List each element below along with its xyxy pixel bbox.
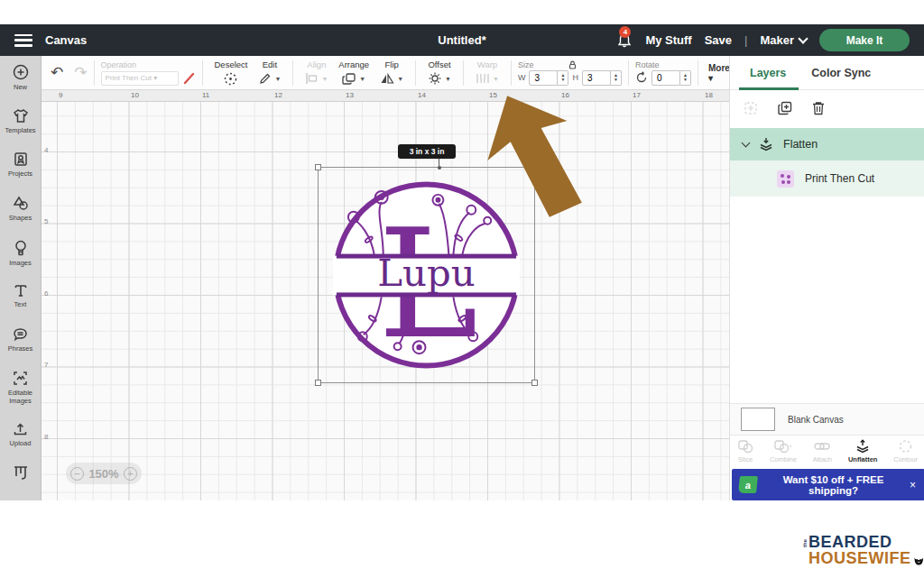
logo-line1: BEARDED	[808, 535, 892, 550]
flatten-icon	[758, 136, 774, 152]
pen-color-icon[interactable]	[183, 72, 196, 85]
sidebar-item-upload[interactable]: Upload	[0, 413, 41, 457]
layer-group-flatten[interactable]: Flatten	[730, 128, 924, 161]
rotate-icon	[635, 71, 648, 84]
sidebar-item-templates[interactable]: Templates	[0, 100, 41, 144]
rotate-input[interactable]	[651, 70, 680, 86]
make-it-button[interactable]: Make It	[819, 29, 910, 51]
contour-button: Contour	[893, 439, 918, 463]
project-badge-icon	[14, 151, 28, 167]
tab-layers[interactable]: Layers	[750, 67, 786, 79]
rotate-stepper[interactable]: ▲▼	[680, 70, 691, 86]
height-input[interactable]	[582, 70, 611, 86]
close-icon[interactable]: ×	[910, 479, 918, 491]
ruler-tick: 5	[44, 217, 48, 225]
edit-label: Edit	[263, 60, 277, 69]
collapse-chevron-icon[interactable]	[742, 139, 751, 148]
ruler-tick: 9	[59, 91, 62, 99]
machine-label: Maker	[760, 33, 794, 47]
attach-button: Attach	[813, 439, 832, 463]
height-stepper[interactable]: ▲▼	[611, 70, 622, 86]
action-label: Slice	[738, 455, 753, 463]
sidebar-item-label: Upload	[10, 439, 32, 447]
duplicate-icon[interactable]	[777, 100, 793, 116]
width-stepper[interactable]: ▲▼	[558, 70, 568, 86]
undo-button[interactable]: ↶	[51, 63, 63, 82]
layer-print-then-cut[interactable]: Print Then Cut	[730, 161, 924, 197]
sidebar-item-label: New	[14, 83, 27, 91]
action-label: Combine	[770, 455, 797, 463]
operation-value: Print Then Cut ▾	[106, 74, 158, 82]
my-stuff-link[interactable]: My Stuff	[645, 33, 691, 47]
zoom-level: 150%	[88, 467, 118, 481]
flip-button[interactable]: Flip ▼	[374, 60, 409, 86]
sidebar-item-shapes[interactable]: Shapes	[0, 188, 41, 232]
zoom-in-button[interactable]: +	[124, 467, 137, 481]
combine-icon	[773, 439, 793, 454]
horizontal-ruler: 9 10 11 12 13 14 15 16 17 18	[42, 90, 729, 102]
layers-panel: Layers Color Sync Flatten Print Then Cut…	[729, 56, 924, 500]
deselect-icon	[223, 71, 238, 87]
cricut-access-icon: a	[738, 476, 758, 493]
offset-button[interactable]: Offset ▼	[422, 60, 457, 86]
sidebar-item-editable-images[interactable]: Editable Images	[0, 362, 41, 412]
layer-label: Print Then Cut	[805, 172, 874, 185]
blank-canvas-row[interactable]: Blank Canvas	[730, 403, 924, 436]
slice-button: Slice	[737, 439, 753, 463]
beard-icon	[913, 554, 924, 569]
sidebar-item-label: Text	[14, 300, 27, 308]
sidebar-item-text[interactable]: Text	[0, 275, 41, 319]
blank-canvas-label: Blank Canvas	[788, 415, 844, 425]
zoom-out-button[interactable]: −	[70, 467, 84, 481]
sidebar-item-new[interactable]: New	[0, 56, 41, 100]
lock-icon[interactable]	[568, 60, 578, 69]
size-label: Size	[518, 60, 534, 69]
hot-air-balloon-icon	[14, 240, 28, 256]
promo-banner[interactable]: a Want $10 off + FREE shipping? ×	[732, 469, 924, 500]
arrange-icon	[342, 72, 356, 86]
delete-icon[interactable]	[811, 100, 826, 116]
chevron-down-icon	[798, 33, 808, 43]
promo-text: Want $10 off + FREE shipping?	[765, 474, 901, 496]
unflatten-icon	[855, 439, 871, 454]
notifications-button[interactable]: 4	[616, 32, 633, 49]
ruler-tick: 8	[44, 433, 48, 441]
operation-select[interactable]: Print Then Cut ▾	[101, 71, 179, 86]
top-bar: Canvas Untitled* 4 My Stuff Save | Maker…	[0, 24, 924, 56]
tab-color-sync[interactable]: Color Sync	[811, 67, 871, 79]
speech-bubble-icon	[13, 327, 28, 342]
sidebar-item-label: Phrases	[8, 344, 33, 353]
monogram-name-text: Lupu	[377, 251, 475, 295]
align-button: Align ▼	[300, 60, 333, 86]
machine-selector[interactable]: Maker	[760, 33, 807, 47]
width-input[interactable]	[529, 70, 558, 86]
width-label: W	[518, 73, 526, 82]
design-canvas[interactable]: 9 10 11 12 13 14 15 16 17 18 4 5 6 7 8 3…	[42, 90, 729, 500]
left-sidebar: New Templates Projects Shapes Images Tex…	[0, 56, 42, 500]
deselect-button[interactable]: Deselect	[209, 60, 254, 87]
contour-icon	[898, 439, 913, 454]
operation-group: Operation Print Then Cut ▾	[101, 60, 196, 86]
text-icon	[14, 283, 28, 298]
sidebar-item-label: Images	[9, 259, 32, 267]
redo-button[interactable]: ↷	[74, 63, 87, 82]
save-button[interactable]: Save	[705, 33, 732, 47]
edit-button[interactable]: Edit ▼	[253, 60, 286, 86]
rotate-group: Rotate ▲▼	[635, 60, 691, 86]
sidebar-item-projects[interactable]: Projects	[0, 143, 41, 188]
unflatten-button[interactable]: Unflatten	[848, 439, 878, 463]
sidebar-item-monogram[interactable]	[0, 456, 41, 500]
warp-icon	[476, 72, 490, 85]
size-group: Size W ▲▼ H ▲▼	[518, 60, 622, 86]
arrange-button[interactable]: Arrange ▼	[333, 60, 374, 86]
action-label: Contour	[893, 455, 918, 463]
ruler-tick: 11	[202, 91, 209, 99]
topbar-separator: |	[744, 33, 747, 47]
sidebar-item-images[interactable]: Images	[0, 232, 41, 276]
layer-group-label: Flatten	[783, 138, 818, 151]
menu-icon[interactable]	[14, 34, 32, 47]
ruler-tick: 12	[274, 91, 282, 99]
sidebar-item-phrases[interactable]: Phrases	[0, 319, 41, 363]
ruler-tick: 10	[131, 91, 139, 99]
ruler-tick: 13	[346, 91, 354, 99]
